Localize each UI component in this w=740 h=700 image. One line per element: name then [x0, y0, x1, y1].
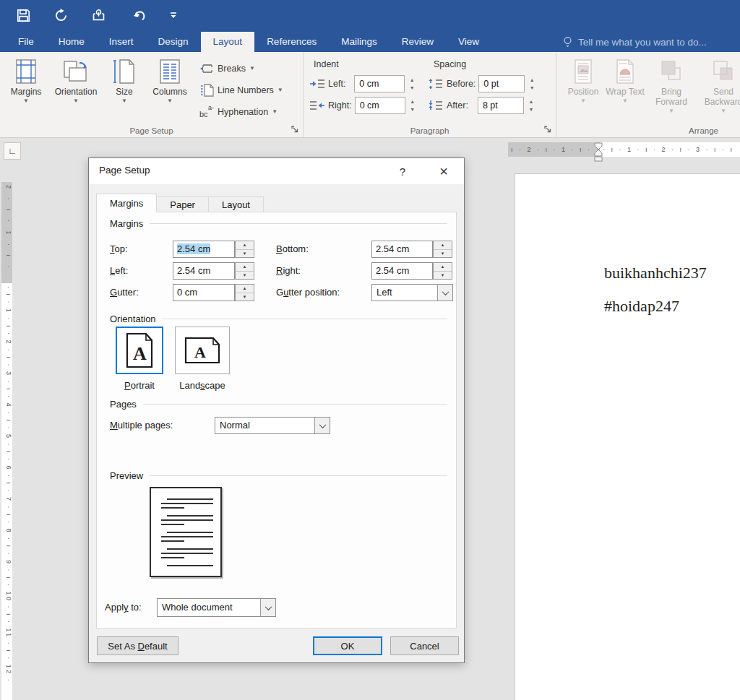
chevron-down-icon	[314, 418, 330, 433]
bottom-margin-label: Bottom:	[276, 243, 309, 254]
dropdown-caret-icon: ▼	[580, 97, 586, 105]
tab-file[interactable]: File	[6, 32, 46, 52]
tab-view[interactable]: View	[446, 32, 491, 52]
ok-button[interactable]: OK	[313, 636, 382, 655]
dropdown-caret-icon: ▼	[622, 97, 628, 105]
bottom-margin-stepper[interactable]: ▲▼	[433, 241, 452, 258]
close-icon[interactable]: ×	[434, 161, 454, 181]
vertical-ruler-margin-ticks: 2 · ı · 1 · ı ·	[1, 182, 12, 283]
lightbulb-icon	[562, 36, 573, 48]
undo-icon[interactable]: ▾	[126, 5, 146, 25]
vertical-ruler[interactable]: 2 · ı · 1 · ı · · ı · 1 · ı · 2 · ı · 3 …	[1, 182, 12, 700]
margins-section-header: Margins	[110, 218, 447, 229]
margins-button[interactable]: Margins ▼	[6, 56, 46, 105]
multiple-pages-select[interactable]: Normal	[215, 417, 330, 434]
horizontal-ruler-body-ticks: · ı · 1 · ı · 2 · ı · 3 · ı · ı	[600, 142, 740, 157]
bottom-margin-input[interactable]: 2.54 cm	[371, 241, 433, 258]
indent-right-stepper[interactable]: ▲▼	[408, 99, 417, 112]
gutter-stepper[interactable]: ▲▼	[235, 284, 254, 301]
window-titlebar: ▾	[0, 0, 740, 32]
columns-icon	[158, 56, 181, 87]
indent-header: Indent	[314, 59, 339, 69]
line-numbers-button[interactable]: Line Numbers ▼	[199, 82, 283, 99]
send-backward-button: Send Backward ▼	[698, 56, 740, 116]
tab-layout[interactable]: Layout	[201, 32, 255, 52]
paragraph-dialog-launcher-icon[interactable]	[543, 125, 552, 134]
attachment-icon[interactable]	[88, 5, 108, 25]
ribbon-tab-bar: File Home Insert Design Layout Reference…	[0, 32, 740, 52]
document-page[interactable]: buikhanhchi237 #hoidap247	[515, 173, 740, 700]
portrait-label: Portrait	[116, 380, 163, 391]
position-icon	[573, 56, 593, 87]
top-margin-input[interactable]: 2.54 cm	[173, 241, 235, 258]
spacing-before-stepper[interactable]: ▲▼	[528, 77, 536, 90]
undo-dropdown-caret-icon[interactable]: ▾	[136, 12, 139, 19]
indent-right-input[interactable]: 0 cm	[355, 97, 405, 114]
tab-review[interactable]: Review	[390, 32, 446, 52]
save-icon[interactable]	[13, 5, 33, 25]
ribbon-group-arrange: Position ▼ Wrap Text ▼ Bring Forward ▼ S…	[556, 52, 740, 137]
indent-right-icon	[309, 100, 325, 111]
line-numbers-icon	[199, 84, 214, 97]
arrange-group-label: Arrange	[556, 126, 718, 135]
indent-left-input[interactable]: 0 cm	[354, 75, 405, 92]
columns-button[interactable]: Columns ▼	[146, 56, 194, 105]
set-as-default-button[interactable]: Set As Default	[97, 636, 178, 655]
preview-section-header: Preview	[110, 470, 447, 481]
portrait-option[interactable]: A	[116, 327, 163, 374]
gutter-input[interactable]: 0 cm	[173, 284, 235, 301]
svg-text:A: A	[194, 343, 206, 361]
bring-forward-button: Bring Forward ▼	[648, 56, 695, 116]
ribbon-group-page-setup: Margins ▼ Orientation ▼ Size ▼ Columns ▼	[0, 52, 304, 137]
dialog-titlebar[interactable]: Page Setup ? ×	[89, 158, 464, 184]
help-button[interactable]: ?	[392, 161, 413, 181]
dialog-tab-paper[interactable]: Paper	[157, 196, 209, 212]
apply-to-select[interactable]: Whole document	[157, 598, 276, 617]
dialog-tab-layout[interactable]: Layout	[209, 196, 264, 212]
vertical-ruler-body-ticks: · ı · 1 · ı · 2 · ı · 3 · ı · 4 · ı · 5 …	[1, 283, 12, 700]
horizontal-ruler[interactable]: ı · 2 · ı · 1 · ı · · ı · 1 · ı · 2 · ı …	[508, 142, 740, 157]
tab-design[interactable]: Design	[146, 32, 201, 52]
size-button[interactable]: Size ▼	[106, 56, 143, 105]
right-margin-input[interactable]: 2.54 cm	[371, 262, 433, 280]
page-setup-dialog-launcher-icon[interactable]	[291, 125, 299, 134]
orientation-icon	[61, 56, 90, 87]
indent-markers[interactable]	[593, 142, 603, 163]
dialog-tab-margins[interactable]: Margins	[96, 194, 157, 212]
tab-stop-selector[interactable]: ∟	[4, 142, 21, 160]
ribbon: Margins ▼ Orientation ▼ Size ▼ Columns ▼	[0, 52, 740, 138]
landscape-page-icon: A	[184, 337, 220, 364]
breaks-button[interactable]: Breaks ▼	[199, 60, 255, 77]
dropdown-caret-icon: ▼	[668, 107, 674, 116]
cancel-button[interactable]: Cancel	[390, 636, 459, 655]
dropdown-caret-icon: ▼	[720, 107, 726, 116]
dropdown-caret-icon: ▼	[23, 97, 29, 105]
send-backward-icon	[711, 56, 736, 87]
tell-me-box[interactable]: Tell me what you want to do...	[562, 32, 707, 52]
tab-mailings[interactable]: Mailings	[329, 32, 390, 52]
breaks-icon	[199, 63, 214, 74]
bring-forward-icon	[659, 56, 684, 87]
document-paragraph[interactable]: buikhanhchi237	[604, 264, 707, 282]
tab-home[interactable]: Home	[46, 32, 97, 52]
spacing-after-input[interactable]: 8 pt	[478, 97, 524, 114]
left-margin-input[interactable]: 2.54 cm	[173, 262, 235, 280]
top-margin-stepper[interactable]: ▲▼	[235, 241, 254, 258]
orientation-button[interactable]: Orientation ▼	[48, 56, 104, 105]
repeat-icon[interactable]	[51, 5, 71, 25]
right-margin-label: Right:	[276, 265, 301, 276]
customize-quick-access-icon[interactable]	[163, 5, 184, 25]
right-margin-stepper[interactable]: ▲▼	[433, 262, 452, 280]
left-margin-stepper[interactable]: ▲▼	[235, 262, 254, 280]
tab-references[interactable]: References	[254, 32, 329, 52]
hyphenation-button[interactable]: bca- Hyphenation ▼	[199, 103, 278, 121]
orientation-section-header: Orientation	[110, 314, 447, 324]
gutter-position-label: Gutter position:	[276, 287, 340, 298]
spacing-after-stepper[interactable]: ▲▼	[527, 99, 535, 112]
document-paragraph[interactable]: #hoidap247	[604, 297, 679, 316]
gutter-position-select[interactable]: Left	[371, 284, 453, 301]
indent-left-stepper[interactable]: ▲▼	[408, 77, 416, 90]
spacing-before-input[interactable]: 0 pt	[478, 75, 525, 92]
tab-insert[interactable]: Insert	[97, 32, 146, 52]
landscape-option[interactable]: A	[175, 327, 230, 374]
